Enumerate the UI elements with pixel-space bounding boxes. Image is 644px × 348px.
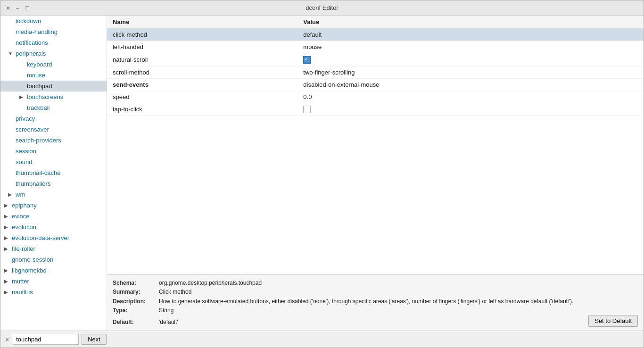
row-value-cell: 0.0 [297,91,644,103]
description-row: Description: How to generate software-em… [113,297,638,306]
table-body: click-methoddefaultleft-handedmousenatur… [107,29,644,116]
row-value-cell: two-finger-scrolling [297,66,644,78]
sidebar-item-gnome-session[interactable]: gnome-session [0,254,107,265]
sidebar-item-label: privacy [16,115,35,122]
sidebar-item-touchscreens[interactable]: ▶touchscreens [0,91,107,102]
arrow-icon: ▶ [8,192,14,197]
sidebar-item-file-roller[interactable]: ▶file-roller [0,243,107,254]
summary-value: Click method [159,288,638,297]
sidebar-item-thumbnailers[interactable]: thumbnailers [0,178,107,189]
sidebar-item-label: peripherals [16,50,46,57]
arrow-icon: ▶ [4,290,10,295]
default-row: Default: 'default' Set to Default [113,315,638,327]
sidebar-item-lockdown[interactable]: lockdown [0,16,107,26]
sidebar-item-search-providers[interactable]: search-providers [0,135,107,146]
sidebar-item-evince[interactable]: ▶evince [0,211,107,222]
settings-table: Name Value click-methoddefaultleft-hande… [107,16,644,116]
search-input[interactable] [13,334,79,345]
next-button[interactable]: Next [82,334,107,345]
sidebar-item-label: screensaver [16,126,49,133]
sidebar-item-label: evolution-data-server [12,234,69,241]
default-value: 'default' [159,318,588,327]
table-row[interactable]: tap-to-click [107,103,644,116]
sidebar-item-mouse[interactable]: mouse [0,70,107,81]
sidebar-item-label: lockdown [16,17,41,25]
table-row[interactable]: scroll-methodtwo-finger-scrolling [107,66,644,78]
sidebar-item-label: thumbnailers [16,180,50,187]
content-area: Name Value click-methoddefaultleft-hande… [107,16,644,331]
schema-label: Schema: [113,279,155,288]
sidebar-item-label: file-roller [12,245,35,252]
minimize-button[interactable]: − [14,3,21,13]
row-name-cell: scroll-method [107,66,297,78]
maximize-button[interactable]: □ [23,3,31,13]
sidebar: lockdownmedia-handlingnotifications▼peri… [0,16,107,331]
sidebar-item-notifications[interactable]: notifications [0,37,107,48]
sidebar-item-label: evince [12,213,30,220]
arrow-icon: ▶ [4,268,10,273]
sidebar-item-thumbnail-cache[interactable]: thumbnail-cache [0,167,107,178]
sidebar-item-evolution[interactable]: ▶evolution [0,222,107,232]
arrow-icon: ▶ [4,235,10,240]
summary-row: Summary: Click method [113,288,638,297]
row-value-cell [297,103,644,116]
arrow-icon: ▼ [8,51,14,56]
table-row[interactable]: natural-scroll [107,53,644,66]
sidebar-item-label: nautilus [12,289,33,296]
row-name-cell: send-events [107,78,297,91]
arrow-icon: ▶ [4,224,10,230]
row-value-cell: mouse [297,41,644,53]
arrow-icon: ▶ [4,214,10,219]
table-row[interactable]: click-methoddefault [107,29,644,41]
col-name-header: Name [107,16,297,29]
arrow-icon: ▶ [19,94,25,99]
sidebar-item-mutter[interactable]: ▶mutter [0,276,107,287]
sidebar-item-label: wm [16,191,25,198]
sidebar-item-evolution-data-server[interactable]: ▶evolution-data-server [0,232,107,243]
sidebar-item-epiphany[interactable]: ▶epiphany [0,200,107,211]
row-name-cell: click-method [107,29,297,41]
sidebar-item-peripherals[interactable]: ▼peripherals [0,48,107,59]
sidebar-item-label: sound [16,158,32,166]
sidebar-item-label: trackball [27,104,50,111]
arrow-icon: ▶ [4,246,10,251]
row-value-cell [297,53,644,66]
main-content: lockdownmedia-handlingnotifications▼peri… [0,16,644,331]
sidebar-item-nautilus[interactable]: ▶nautilus [0,287,107,298]
checkbox-icon[interactable] [303,106,311,113]
sidebar-item-keyboard[interactable]: keyboard [0,59,107,70]
table-area: Name Value click-methoddefaultleft-hande… [107,16,644,274]
sidebar-item-label: touchscreens [27,93,63,100]
sidebar-item-privacy[interactable]: privacy [0,113,107,124]
table-row[interactable]: left-handedmouse [107,41,644,53]
table-row[interactable]: speed0.0 [107,91,644,103]
sidebar-item-sound[interactable]: sound [0,157,107,167]
sidebar-item-wm[interactable]: ▶wm [0,189,107,200]
type-label: Type: [113,306,155,315]
sidebar-item-label: search-providers [16,137,61,144]
arrow-icon: ▶ [4,203,10,208]
titlebar-left-controls: × − □ [4,3,31,13]
sidebar-item-trackball[interactable]: trackball [0,102,107,113]
set-default-button[interactable]: Set to Default [588,315,638,327]
search-bar: × Next [0,331,644,348]
main-window: × − □ dconf Editor lockdownmedia-handlin… [0,0,644,348]
type-value: String [159,306,638,315]
description-label: Description: [113,297,155,306]
sidebar-item-label: evolution [12,224,36,231]
sidebar-item-label: session [16,148,36,155]
sidebar-item-label: media-handling [16,28,58,35]
sidebar-item-label: notifications [16,39,48,46]
row-value-cell: disabled-on-external-mouse [297,78,644,91]
close-search-button[interactable]: × [4,335,10,344]
sidebar-item-label: thumbnail-cache [16,169,60,176]
sidebar-item-media-handling[interactable]: media-handling [0,26,107,37]
sidebar-item-session[interactable]: session [0,146,107,157]
close-button[interactable]: × [4,3,12,13]
sidebar-item-screensaver[interactable]: screensaver [0,124,107,135]
table-row[interactable]: send-eventsdisabled-on-external-mouse [107,78,644,91]
sidebar-item-libgnomekbd[interactable]: ▶libgnomekbd [0,265,107,276]
sidebar-item-touchpad[interactable]: touchpad [0,81,107,91]
sidebar-item-label: keyboard [27,61,52,68]
checkbox-icon[interactable] [303,56,311,64]
